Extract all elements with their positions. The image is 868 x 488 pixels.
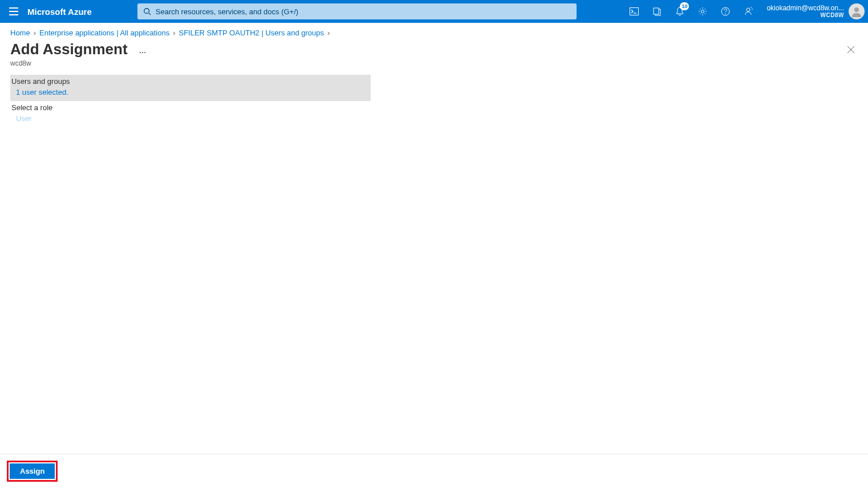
person-icon (851, 6, 862, 17)
close-icon (847, 46, 855, 54)
directories-button[interactable] (646, 0, 668, 23)
svg-rect-7 (654, 8, 659, 14)
svg-rect-5 (630, 8, 639, 15)
header-icons: 10 okiokadmin@wcd8w.on... (623, 0, 868, 23)
help-button[interactable] (714, 0, 737, 23)
svg-point-10 (725, 13, 727, 14)
search-input[interactable] (151, 7, 571, 16)
notifications-button[interactable]: 10 (668, 0, 691, 23)
search-box[interactable] (137, 3, 577, 19)
highlight-annotation: Assign (7, 461, 58, 482)
menu-toggle-button[interactable] (0, 0, 27, 23)
assign-button[interactable]: Assign (10, 463, 55, 479)
chevron-right-icon: › (327, 29, 330, 37)
breadcrumb: Home › Enterprise applications | All app… (0, 23, 868, 41)
page-title: Add Assignment (10, 41, 128, 58)
form-panel: Users and groups 1 user selected. Select… (10, 75, 371, 127)
svg-rect-2 (9, 14, 18, 15)
svg-point-8 (701, 10, 704, 13)
feedback-icon (744, 7, 753, 16)
users-groups-value[interactable]: 1 user selected. (11, 86, 370, 99)
select-role-value: User (11, 112, 370, 125)
chevron-right-icon: › (34, 29, 36, 37)
search-icon (143, 7, 151, 15)
svg-point-3 (144, 9, 149, 14)
more-actions-button[interactable]: … (139, 46, 148, 55)
users-groups-section[interactable]: Users and groups 1 user selected. (10, 75, 371, 101)
account-email: okiokadmin@wcd8w.on... (766, 4, 844, 12)
help-icon (721, 7, 730, 16)
cloud-shell-icon (630, 7, 639, 15)
top-header: Microsoft Azure (0, 0, 868, 23)
users-groups-label: Users and groups (11, 77, 370, 86)
select-role-section: Select a role User (10, 101, 371, 127)
account-tenant: WCD8W (766, 12, 844, 19)
breadcrumb-item-enterprise-apps[interactable]: Enterprise applications | All applicatio… (39, 29, 169, 37)
search-wrap (137, 3, 577, 19)
notification-badge: 10 (680, 2, 689, 10)
feedback-button[interactable] (737, 0, 760, 23)
avatar (849, 3, 865, 19)
breadcrumb-item-current[interactable]: SFILER SMTP OAUTH2 | Users and groups (179, 29, 325, 37)
close-button[interactable] (844, 43, 858, 57)
svg-point-12 (854, 7, 859, 12)
hamburger-icon (9, 7, 18, 15)
brand-label[interactable]: Microsoft Azure (27, 7, 103, 17)
chevron-right-icon: › (173, 29, 175, 37)
filter-icon (652, 7, 662, 16)
svg-point-11 (747, 8, 750, 11)
svg-rect-0 (9, 7, 18, 9)
svg-line-4 (148, 13, 151, 15)
select-role-label: Select a role (11, 103, 370, 112)
main-area: Users and groups 1 user selected. Select… (0, 61, 868, 454)
settings-button[interactable] (691, 0, 714, 23)
account-button[interactable]: okiokadmin@wcd8w.on... WCD8W (760, 0, 868, 23)
cloud-shell-button[interactable] (623, 0, 646, 23)
gear-icon (698, 7, 707, 16)
svg-rect-1 (9, 11, 18, 12)
breadcrumb-item-home[interactable]: Home (10, 29, 30, 37)
bottom-bar: Assign (0, 454, 868, 488)
